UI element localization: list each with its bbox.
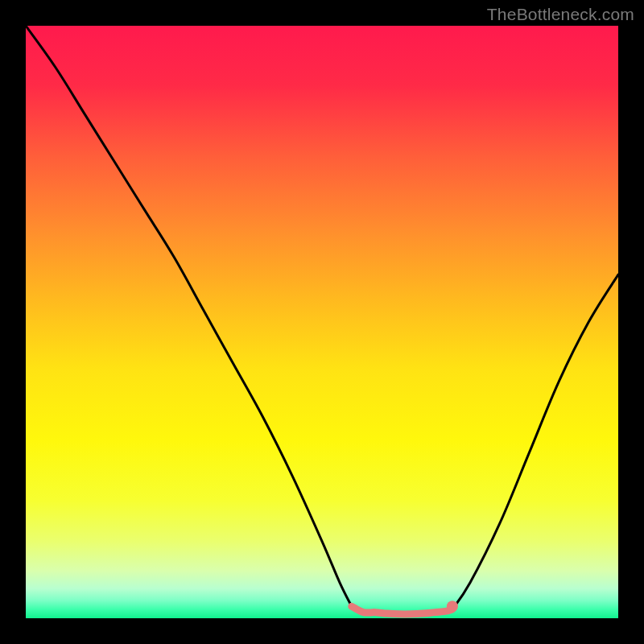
curve-layer — [26, 26, 618, 618]
plot-area — [26, 26, 618, 618]
watermark-text: TheBottleneck.com — [487, 5, 634, 24]
right-branch-curve — [452, 275, 618, 609]
plateau-curve — [352, 606, 452, 614]
left-branch-curve — [26, 26, 352, 606]
chart-stage: TheBottleneck.com — [0, 0, 644, 644]
plateau-end-dot — [447, 601, 458, 612]
